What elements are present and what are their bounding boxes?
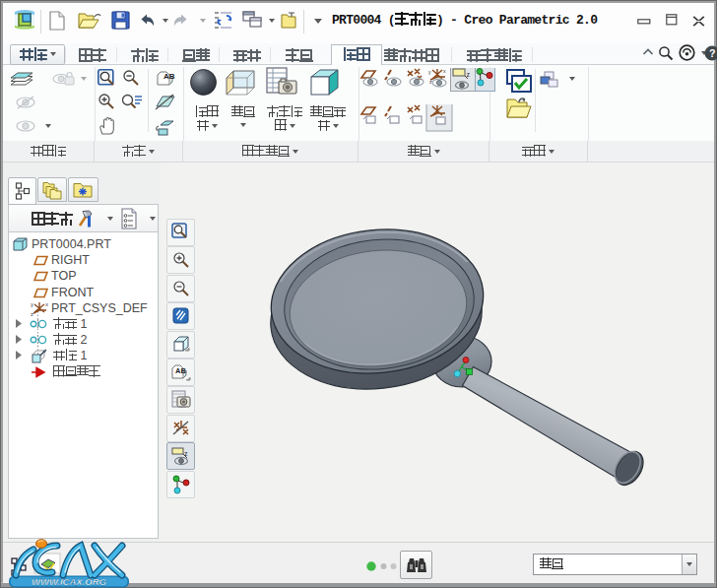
svg-text:AB: AB — [175, 366, 186, 375]
svg-text:z: z — [31, 311, 33, 316]
svg-text:z: z — [184, 450, 188, 457]
svg-text:y: y — [31, 301, 33, 307]
svg-text:x: x — [443, 68, 446, 74]
svg-text:AB: AB — [163, 72, 175, 81]
svg-text:?: ? — [709, 47, 715, 59]
svg-text:z: z — [467, 71, 471, 78]
svg-text:x: x — [45, 301, 48, 307]
svg-text:y: y — [428, 69, 431, 75]
